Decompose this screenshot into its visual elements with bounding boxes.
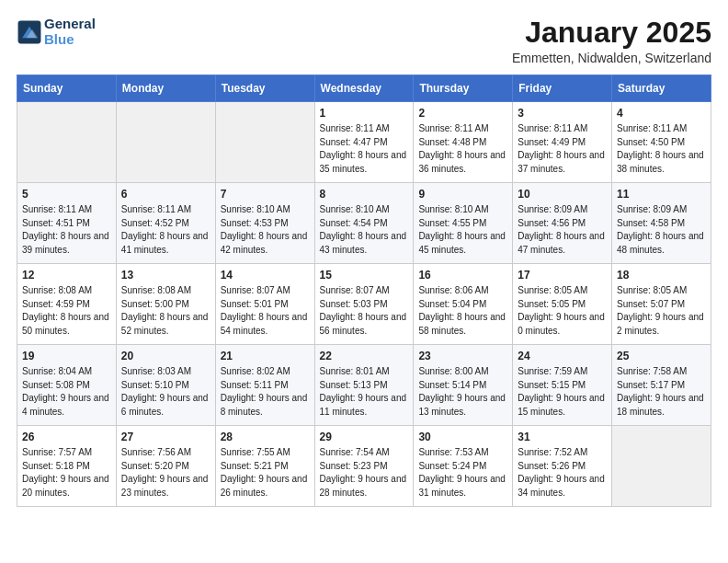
- cell-content: Sunrise: 7:55 AMSunset: 5:21 PMDaylight:…: [221, 446, 310, 500]
- cell-content: Sunrise: 8:04 AMSunset: 5:08 PMDaylight:…: [22, 365, 111, 419]
- day-number: 18: [617, 269, 706, 282]
- calendar-cell: 19Sunrise: 8:04 AMSunset: 5:08 PMDayligh…: [17, 345, 117, 426]
- day-number: 15: [320, 269, 409, 282]
- day-number: 10: [518, 188, 607, 201]
- cell-content: Sunrise: 7:57 AMSunset: 5:18 PMDaylight:…: [22, 446, 111, 500]
- cell-content: Sunrise: 7:53 AMSunset: 5:24 PMDaylight:…: [418, 446, 507, 500]
- calendar-cell: 8Sunrise: 8:10 AMSunset: 4:54 PMDaylight…: [314, 183, 414, 264]
- week-row-3: 12Sunrise: 8:08 AMSunset: 4:59 PMDayligh…: [17, 264, 711, 345]
- cell-content: Sunrise: 8:07 AMSunset: 5:03 PMDaylight:…: [320, 284, 409, 338]
- title-area: January 2025 Emmetten, Nidwalden, Switze…: [512, 17, 711, 65]
- calendar-cell: 16Sunrise: 8:06 AMSunset: 5:04 PMDayligh…: [414, 264, 513, 345]
- calendar-cell: 23Sunrise: 8:00 AMSunset: 5:14 PMDayligh…: [414, 345, 513, 426]
- weekday-header-tuesday: Tuesday: [215, 75, 314, 102]
- weekday-header-friday: Friday: [513, 75, 612, 102]
- calendar-cell: 11Sunrise: 8:09 AMSunset: 4:58 PMDayligh…: [612, 183, 711, 264]
- month-title: January 2025: [512, 17, 711, 49]
- day-number: 7: [221, 188, 310, 201]
- calendar-cell: [116, 102, 215, 183]
- calendar-cell: 26Sunrise: 7:57 AMSunset: 5:18 PMDayligh…: [17, 426, 117, 507]
- week-row-4: 19Sunrise: 8:04 AMSunset: 5:08 PMDayligh…: [17, 345, 711, 426]
- cell-content: Sunrise: 8:11 AMSunset: 4:51 PMDaylight:…: [22, 203, 111, 257]
- calendar-cell: 27Sunrise: 7:56 AMSunset: 5:20 PMDayligh…: [116, 426, 215, 507]
- cell-content: Sunrise: 8:08 AMSunset: 4:59 PMDaylight:…: [22, 284, 111, 338]
- cell-content: Sunrise: 8:00 AMSunset: 5:14 PMDaylight:…: [418, 365, 507, 419]
- day-number: 16: [418, 269, 507, 282]
- day-number: 24: [518, 350, 607, 362]
- calendar-cell: 24Sunrise: 7:59 AMSunset: 5:15 PMDayligh…: [513, 345, 612, 426]
- calendar-cell: 28Sunrise: 7:55 AMSunset: 5:21 PMDayligh…: [215, 426, 314, 507]
- day-number: 30: [418, 431, 507, 443]
- weekday-header-thursday: Thursday: [414, 75, 513, 102]
- calendar-cell: [17, 102, 117, 183]
- cell-content: Sunrise: 8:09 AMSunset: 4:58 PMDaylight:…: [617, 203, 706, 257]
- cell-content: Sunrise: 8:09 AMSunset: 4:56 PMDaylight:…: [518, 203, 607, 257]
- calendar-cell: 20Sunrise: 8:03 AMSunset: 5:10 PMDayligh…: [116, 345, 215, 426]
- day-number: 29: [320, 431, 409, 443]
- calendar-cell: 25Sunrise: 7:58 AMSunset: 5:17 PMDayligh…: [612, 345, 711, 426]
- location: Emmetten, Nidwalden, Switzerland: [512, 51, 711, 65]
- logo-icon: [17, 19, 42, 45]
- week-row-5: 26Sunrise: 7:57 AMSunset: 5:18 PMDayligh…: [17, 426, 711, 507]
- calendar-cell: 9Sunrise: 8:10 AMSunset: 4:55 PMDaylight…: [414, 183, 513, 264]
- calendar-cell: 6Sunrise: 8:11 AMSunset: 4:52 PMDaylight…: [116, 183, 215, 264]
- logo: General Blue: [17, 17, 96, 47]
- cell-content: Sunrise: 8:10 AMSunset: 4:55 PMDaylight:…: [418, 203, 507, 257]
- calendar-cell: [612, 426, 711, 507]
- calendar-table: SundayMondayTuesdayWednesdayThursdayFrid…: [17, 75, 711, 507]
- day-number: 28: [221, 431, 310, 443]
- cell-content: Sunrise: 7:54 AMSunset: 5:23 PMDaylight:…: [320, 446, 409, 500]
- week-row-1: 1Sunrise: 8:11 AMSunset: 4:47 PMDaylight…: [17, 102, 711, 183]
- logo-general: General: [44, 17, 96, 32]
- day-number: 3: [518, 107, 607, 120]
- calendar-cell: 30Sunrise: 7:53 AMSunset: 5:24 PMDayligh…: [414, 426, 513, 507]
- day-number: 31: [518, 431, 607, 443]
- day-number: 8: [320, 188, 409, 201]
- day-number: 1: [320, 107, 409, 120]
- cell-content: Sunrise: 8:05 AMSunset: 5:07 PMDaylight:…: [617, 284, 706, 338]
- calendar-cell: 14Sunrise: 8:07 AMSunset: 5:01 PMDayligh…: [215, 264, 314, 345]
- day-number: 26: [22, 431, 111, 443]
- weekday-header-monday: Monday: [116, 75, 215, 102]
- day-number: 4: [617, 107, 706, 120]
- calendar-cell: 12Sunrise: 8:08 AMSunset: 4:59 PMDayligh…: [17, 264, 117, 345]
- calendar-cell: 21Sunrise: 8:02 AMSunset: 5:11 PMDayligh…: [215, 345, 314, 426]
- weekday-header-wednesday: Wednesday: [314, 75, 414, 102]
- cell-content: Sunrise: 8:01 AMSunset: 5:13 PMDaylight:…: [320, 365, 409, 419]
- calendar-cell: 7Sunrise: 8:10 AMSunset: 4:53 PMDaylight…: [215, 183, 314, 264]
- header: General Blue January 2025 Emmetten, Nidw…: [17, 17, 711, 65]
- day-number: 17: [518, 269, 607, 282]
- cell-content: Sunrise: 8:10 AMSunset: 4:54 PMDaylight:…: [320, 203, 409, 257]
- day-number: 21: [221, 350, 310, 362]
- calendar-header: SundayMondayTuesdayWednesdayThursdayFrid…: [17, 75, 711, 102]
- cell-content: Sunrise: 8:11 AMSunset: 4:47 PMDaylight:…: [320, 122, 409, 176]
- cell-content: Sunrise: 8:06 AMSunset: 5:04 PMDaylight:…: [418, 284, 507, 338]
- weekday-header-saturday: Saturday: [612, 75, 711, 102]
- cell-content: Sunrise: 7:52 AMSunset: 5:26 PMDaylight:…: [518, 446, 607, 500]
- day-number: 9: [418, 188, 507, 201]
- cell-content: Sunrise: 7:58 AMSunset: 5:17 PMDaylight:…: [617, 365, 706, 419]
- calendar-cell: 22Sunrise: 8:01 AMSunset: 5:13 PMDayligh…: [314, 345, 414, 426]
- cell-content: Sunrise: 8:02 AMSunset: 5:11 PMDaylight:…: [221, 365, 310, 419]
- calendar-cell: 3Sunrise: 8:11 AMSunset: 4:49 PMDaylight…: [513, 102, 612, 183]
- calendar-cell: 2Sunrise: 8:11 AMSunset: 4:48 PMDaylight…: [414, 102, 513, 183]
- day-number: 2: [418, 107, 507, 120]
- calendar-cell: 1Sunrise: 8:11 AMSunset: 4:47 PMDaylight…: [314, 102, 414, 183]
- cell-content: Sunrise: 8:07 AMSunset: 5:01 PMDaylight:…: [221, 284, 310, 338]
- page: General Blue January 2025 Emmetten, Nidw…: [0, 0, 728, 563]
- day-number: 5: [22, 188, 111, 201]
- day-number: 22: [320, 350, 409, 362]
- cell-content: Sunrise: 8:11 AMSunset: 4:49 PMDaylight:…: [518, 122, 607, 176]
- calendar-cell: 29Sunrise: 7:54 AMSunset: 5:23 PMDayligh…: [314, 426, 414, 507]
- calendar-cell: 13Sunrise: 8:08 AMSunset: 5:00 PMDayligh…: [116, 264, 215, 345]
- calendar-cell: 18Sunrise: 8:05 AMSunset: 5:07 PMDayligh…: [612, 264, 711, 345]
- cell-content: Sunrise: 7:56 AMSunset: 5:20 PMDaylight:…: [121, 446, 210, 500]
- day-number: 23: [418, 350, 507, 362]
- day-number: 27: [121, 431, 210, 443]
- cell-content: Sunrise: 8:11 AMSunset: 4:50 PMDaylight:…: [617, 122, 706, 176]
- calendar-cell: 4Sunrise: 8:11 AMSunset: 4:50 PMDaylight…: [612, 102, 711, 183]
- day-number: 25: [617, 350, 706, 362]
- day-number: 11: [617, 188, 706, 201]
- calendar-cell: 17Sunrise: 8:05 AMSunset: 5:05 PMDayligh…: [513, 264, 612, 345]
- calendar-cell: 31Sunrise: 7:52 AMSunset: 5:26 PMDayligh…: [513, 426, 612, 507]
